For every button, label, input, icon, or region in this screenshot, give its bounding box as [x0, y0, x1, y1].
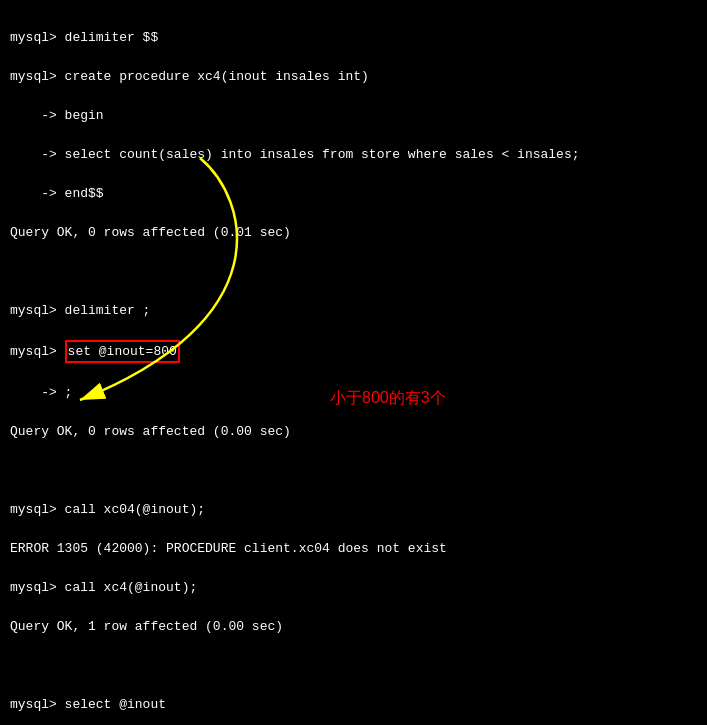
line-11: Query OK, 0 rows affected (0.00 sec)	[10, 422, 697, 442]
line-17	[10, 656, 697, 676]
prompt-9: mysql>	[10, 344, 65, 359]
line-5: -> end$$	[10, 184, 697, 204]
line-16: Query OK, 1 row affected (0.00 sec)	[10, 617, 697, 637]
line-4: -> select count(sales) into insales from…	[10, 145, 697, 165]
line-8: mysql> delimiter ;	[10, 301, 697, 321]
line-6: Query OK, 0 rows affected (0.01 sec)	[10, 223, 697, 243]
line-3: -> begin	[10, 106, 697, 126]
annotation-text: 小于800的有3个	[330, 388, 446, 409]
terminal: mysql> delimiter $$ mysql> create proced…	[10, 8, 697, 725]
line-15: mysql> call xc4(@inout);	[10, 578, 697, 598]
line-14: ERROR 1305 (42000): PROCEDURE client.xc0…	[10, 539, 697, 559]
line-1: mysql> delimiter $$	[10, 28, 697, 48]
line-9: mysql> set @inout=800	[10, 340, 697, 364]
set-inout-highlight: set @inout=800	[65, 340, 180, 364]
line-13: mysql> call xc04(@inout);	[10, 500, 697, 520]
line-18: mysql> select @inout	[10, 695, 697, 715]
line-7	[10, 262, 697, 282]
line-2: mysql> create procedure xc4(inout insale…	[10, 67, 697, 87]
line-12	[10, 461, 697, 481]
